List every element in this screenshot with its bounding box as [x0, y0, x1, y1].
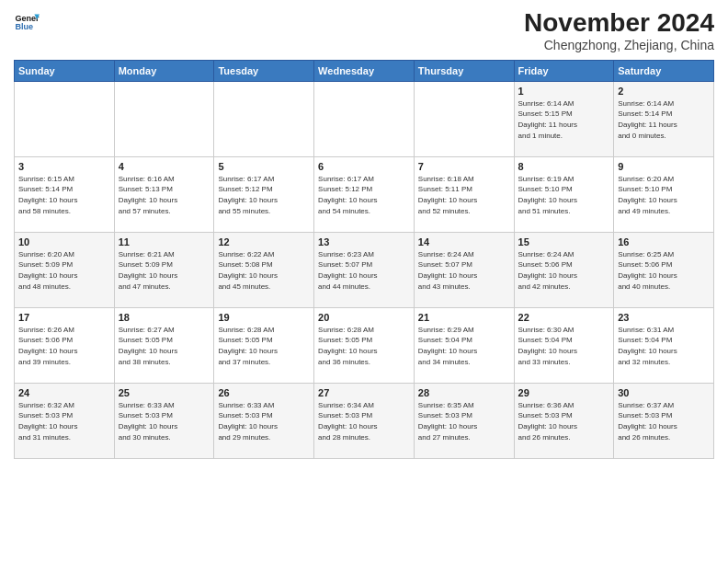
day-info: Sunrise: 6:22 AM Sunset: 5:08 PM Dayligh…: [218, 249, 310, 292]
calendar-cell: 4Sunrise: 6:16 AM Sunset: 5:13 PM Daylig…: [114, 156, 214, 232]
calendar-body: 1Sunrise: 6:14 AM Sunset: 5:15 PM Daylig…: [15, 81, 714, 458]
weekday-header: Thursday: [414, 60, 514, 81]
calendar-table: SundayMondayTuesdayWednesdayThursdayFrid…: [14, 60, 714, 459]
weekday-header: Wednesday: [314, 60, 415, 81]
calendar-cell: 24Sunrise: 6:32 AM Sunset: 5:03 PM Dayli…: [15, 383, 115, 458]
day-number: 21: [418, 312, 510, 323]
calendar-week-row: 17Sunrise: 6:26 AM Sunset: 5:06 PM Dayli…: [15, 307, 714, 383]
day-number: 6: [318, 161, 410, 172]
calendar-cell: 9Sunrise: 6:20 AM Sunset: 5:10 PM Daylig…: [614, 156, 714, 232]
day-info: Sunrise: 6:27 AM Sunset: 5:05 PM Dayligh…: [119, 325, 210, 367]
day-number: 12: [218, 236, 310, 247]
day-number: 14: [418, 236, 510, 247]
day-info: Sunrise: 6:25 AM Sunset: 5:06 PM Dayligh…: [618, 249, 710, 292]
day-number: 24: [18, 387, 110, 398]
day-info: Sunrise: 6:23 AM Sunset: 5:07 PM Dayligh…: [318, 249, 410, 292]
day-info: Sunrise: 6:14 AM Sunset: 5:14 PM Dayligh…: [618, 98, 710, 141]
day-number: 25: [119, 387, 210, 398]
calendar-cell: 22Sunrise: 6:30 AM Sunset: 5:04 PM Dayli…: [514, 307, 614, 383]
calendar-cell: 16Sunrise: 6:25 AM Sunset: 5:06 PM Dayli…: [614, 232, 714, 307]
calendar-cell: 2Sunrise: 6:14 AM Sunset: 5:14 PM Daylig…: [614, 81, 714, 156]
day-number: 3: [18, 161, 110, 172]
calendar-cell: 11Sunrise: 6:21 AM Sunset: 5:09 PM Dayli…: [114, 232, 214, 307]
calendar-cell: [314, 81, 415, 156]
day-info: Sunrise: 6:33 AM Sunset: 5:03 PM Dayligh…: [119, 400, 210, 442]
day-number: 19: [218, 312, 310, 323]
day-info: Sunrise: 6:33 AM Sunset: 5:03 PM Dayligh…: [218, 400, 310, 442]
day-number: 23: [618, 312, 710, 323]
calendar-cell: 28Sunrise: 6:35 AM Sunset: 5:03 PM Dayli…: [414, 383, 514, 458]
day-number: 16: [618, 236, 710, 247]
calendar-cell: [15, 81, 115, 156]
calendar-week-row: 24Sunrise: 6:32 AM Sunset: 5:03 PM Dayli…: [15, 383, 714, 458]
weekday-header: Monday: [114, 60, 214, 81]
day-number: 27: [318, 387, 410, 398]
day-info: Sunrise: 6:17 AM Sunset: 5:12 PM Dayligh…: [218, 174, 310, 216]
day-number: 9: [618, 161, 710, 172]
calendar-cell: 26Sunrise: 6:33 AM Sunset: 5:03 PM Dayli…: [214, 383, 314, 458]
day-info: Sunrise: 6:24 AM Sunset: 5:07 PM Dayligh…: [418, 249, 510, 292]
day-number: 1: [518, 86, 610, 97]
calendar-cell: 8Sunrise: 6:19 AM Sunset: 5:10 PM Daylig…: [514, 156, 614, 232]
calendar-cell: 29Sunrise: 6:36 AM Sunset: 5:03 PM Dayli…: [514, 383, 614, 458]
header: General Blue November 2024 Chengzhong, Z…: [14, 9, 714, 52]
day-info: Sunrise: 6:34 AM Sunset: 5:03 PM Dayligh…: [318, 400, 410, 442]
day-number: 30: [618, 387, 710, 398]
calendar-cell: [114, 81, 214, 156]
day-info: Sunrise: 6:32 AM Sunset: 5:03 PM Dayligh…: [18, 400, 110, 442]
day-number: 26: [218, 387, 310, 398]
calendar-page: General Blue November 2024 Chengzhong, Z…: [0, 0, 728, 563]
day-number: 28: [418, 387, 510, 398]
day-info: Sunrise: 6:35 AM Sunset: 5:03 PM Dayligh…: [418, 400, 510, 442]
day-number: 20: [318, 312, 410, 323]
calendar-week-row: 1Sunrise: 6:14 AM Sunset: 5:15 PM Daylig…: [15, 81, 714, 156]
day-info: Sunrise: 6:19 AM Sunset: 5:10 PM Dayligh…: [518, 174, 610, 216]
calendar-cell: 15Sunrise: 6:24 AM Sunset: 5:06 PM Dayli…: [514, 232, 614, 307]
day-number: 4: [119, 161, 210, 172]
day-info: Sunrise: 6:20 AM Sunset: 5:09 PM Dayligh…: [18, 249, 110, 292]
calendar-cell: 19Sunrise: 6:28 AM Sunset: 5:05 PM Dayli…: [214, 307, 314, 383]
calendar-cell: 1Sunrise: 6:14 AM Sunset: 5:15 PM Daylig…: [514, 81, 614, 156]
day-number: 7: [418, 161, 510, 172]
day-info: Sunrise: 6:15 AM Sunset: 5:14 PM Dayligh…: [18, 174, 110, 216]
day-number: 10: [18, 236, 110, 247]
day-info: Sunrise: 6:20 AM Sunset: 5:10 PM Dayligh…: [618, 174, 710, 216]
day-number: 29: [518, 387, 610, 398]
day-number: 13: [318, 236, 410, 247]
calendar-cell: 13Sunrise: 6:23 AM Sunset: 5:07 PM Dayli…: [314, 232, 415, 307]
calendar-cell: 14Sunrise: 6:24 AM Sunset: 5:07 PM Dayli…: [414, 232, 514, 307]
day-info: Sunrise: 6:28 AM Sunset: 5:05 PM Dayligh…: [318, 325, 410, 367]
location-title: Chengzhong, Zhejiang, China: [524, 38, 714, 52]
calendar-cell: 17Sunrise: 6:26 AM Sunset: 5:06 PM Dayli…: [15, 307, 115, 383]
day-info: Sunrise: 6:29 AM Sunset: 5:04 PM Dayligh…: [418, 325, 510, 367]
calendar-cell: 18Sunrise: 6:27 AM Sunset: 5:05 PM Dayli…: [114, 307, 214, 383]
day-number: 5: [218, 161, 310, 172]
day-info: Sunrise: 6:30 AM Sunset: 5:04 PM Dayligh…: [518, 325, 610, 367]
weekday-header: Sunday: [15, 60, 115, 81]
calendar-cell: 7Sunrise: 6:18 AM Sunset: 5:11 PM Daylig…: [414, 156, 514, 232]
day-number: 17: [18, 312, 110, 323]
day-info: Sunrise: 6:18 AM Sunset: 5:11 PM Dayligh…: [418, 174, 510, 216]
svg-text:Blue: Blue: [15, 22, 33, 31]
day-info: Sunrise: 6:16 AM Sunset: 5:13 PM Dayligh…: [119, 174, 210, 216]
calendar-cell: 12Sunrise: 6:22 AM Sunset: 5:08 PM Dayli…: [214, 232, 314, 307]
day-info: Sunrise: 6:14 AM Sunset: 5:15 PM Dayligh…: [518, 98, 610, 141]
calendar-cell: [414, 81, 514, 156]
calendar-cell: 3Sunrise: 6:15 AM Sunset: 5:14 PM Daylig…: [15, 156, 115, 232]
logo: General Blue: [14, 9, 40, 35]
calendar-week-row: 3Sunrise: 6:15 AM Sunset: 5:14 PM Daylig…: [15, 156, 714, 232]
month-title: November 2024: [524, 9, 714, 38]
day-number: 15: [518, 236, 610, 247]
title-block: November 2024 Chengzhong, Zhejiang, Chin…: [524, 9, 714, 52]
calendar-cell: 30Sunrise: 6:37 AM Sunset: 5:03 PM Dayli…: [614, 383, 714, 458]
weekday-header: Friday: [514, 60, 614, 81]
calendar-week-row: 10Sunrise: 6:20 AM Sunset: 5:09 PM Dayli…: [15, 232, 714, 307]
day-info: Sunrise: 6:37 AM Sunset: 5:03 PM Dayligh…: [618, 400, 710, 442]
calendar-cell: 10Sunrise: 6:20 AM Sunset: 5:09 PM Dayli…: [15, 232, 115, 307]
calendar-cell: 25Sunrise: 6:33 AM Sunset: 5:03 PM Dayli…: [114, 383, 214, 458]
calendar-cell: 5Sunrise: 6:17 AM Sunset: 5:12 PM Daylig…: [214, 156, 314, 232]
day-number: 22: [518, 312, 610, 323]
calendar-cell: 20Sunrise: 6:28 AM Sunset: 5:05 PM Dayli…: [314, 307, 415, 383]
day-number: 11: [119, 236, 210, 247]
day-info: Sunrise: 6:24 AM Sunset: 5:06 PM Dayligh…: [518, 249, 610, 292]
